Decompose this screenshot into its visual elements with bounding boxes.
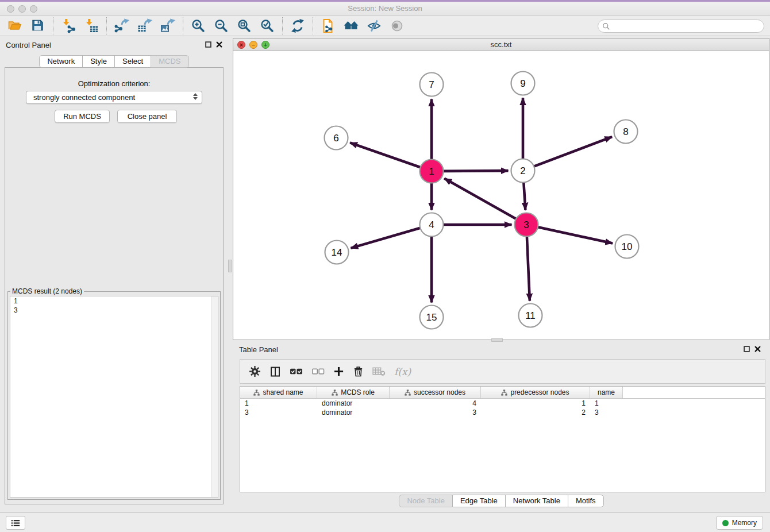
close-table-panel-icon[interactable] [754,346,761,352]
tab-network-table[interactable]: Network Table [505,495,568,507]
export-image-icon[interactable] [156,17,179,34]
cell-successor-nodes[interactable]: 4 [390,399,481,408]
close-panel-icon[interactable] [216,41,222,48]
column-icon[interactable] [270,366,281,377]
edge-4-14[interactable] [351,228,420,248]
edge-3-11[interactable] [527,236,530,300]
task-history-button[interactable] [6,516,25,530]
column-header-label: name [598,388,615,396]
duplicate-network-icon[interactable] [317,17,340,34]
memory-status-icon [722,520,729,526]
column-header-shared-name[interactable]: shared name [240,387,317,398]
cell-shared-name[interactable]: 3 [240,408,317,417]
edge-1-2[interactable] [443,171,508,171]
cell-name[interactable]: 1 [590,399,623,408]
zoom-selected-icon[interactable] [256,17,279,34]
tab-node-table[interactable]: Node Table [399,495,453,507]
run-mcds-button[interactable]: Run MCDS [55,110,110,123]
graph-node-11[interactable]: 11 [519,304,542,327]
add-row-icon[interactable] [333,366,344,377]
cell-MCDS-role[interactable]: dominator [317,399,390,408]
mcds-result-group: MCDS result (2 nodes) 13 [7,287,221,500]
tab-style[interactable]: Style [82,55,115,68]
column-header-name[interactable]: name [590,387,623,398]
node-label: 8 [623,126,628,137]
criterion-dropdown[interactable]: strongly connected component [26,91,202,104]
open-file-icon[interactable] [3,17,26,34]
graph-node-15[interactable]: 15 [420,306,444,329]
edge-3-10[interactable] [538,227,613,243]
column-header-MCDS-role[interactable]: MCDS role [317,387,390,398]
zoom-fit-icon[interactable] [233,17,256,34]
graph-node-2[interactable]: 2 [511,159,535,183]
import-network-icon[interactable] [57,17,80,34]
toolbar-separator [106,17,107,34]
node-label: 11 [525,310,536,321]
graph-node-6[interactable]: 6 [325,126,348,150]
dropdown-stepper-icon [193,93,198,100]
graph-node-10[interactable]: 10 [615,235,639,259]
edge-3-1[interactable] [444,179,516,219]
zoom-in-icon[interactable] [187,17,210,34]
application-window: Session: New Session Control Panel Netwo… [0,0,770,532]
refresh-view-icon[interactable] [286,17,309,34]
zoom-out-icon[interactable] [210,17,233,34]
delete-row-icon[interactable] [353,366,364,377]
export-table-icon[interactable] [133,17,156,34]
node-label: 9 [520,78,525,89]
tab-select[interactable]: Select [114,55,151,68]
column-header-label: shared name [263,388,303,396]
float-panel-icon[interactable] [205,41,211,48]
tab-edge-table[interactable]: Edge Table [452,495,506,507]
save-session-icon[interactable] [26,17,49,34]
table-row[interactable]: 3dominator323 [240,408,765,417]
mcds-result-item[interactable]: 1 [10,296,218,306]
splitter-handle-vertical[interactable] [228,260,232,272]
home-icon[interactable] [340,17,363,34]
cell-name[interactable]: 3 [590,408,623,417]
tab-mcds[interactable]: MCDS [151,55,188,68]
graph-node-7[interactable]: 7 [420,73,444,97]
edge-1-6[interactable] [350,142,421,167]
search-input[interactable] [613,21,764,32]
hide-panels-icon[interactable] [363,17,386,34]
graph-node-9[interactable]: 9 [511,72,535,95]
cell-predecessor-nodes[interactable]: 1 [481,399,590,408]
control-panel-title: Control Panel [6,41,51,49]
column-header-successor-nodes[interactable]: successor nodes [390,387,481,398]
network-title: scc.txt [233,40,769,49]
graph-node-3[interactable]: 3 [515,213,538,237]
cell-predecessor-nodes[interactable]: 2 [481,408,590,417]
graph-node-1[interactable]: 1 [420,160,444,183]
cell-successor-nodes[interactable]: 3 [390,408,481,417]
edge-2-3[interactable] [523,182,525,210]
tab-motifs[interactable]: Motifs [568,495,604,507]
export-network-icon[interactable] [110,17,133,34]
close-panel-button[interactable]: Close panel [117,110,177,123]
column-header-predecessor-nodes[interactable]: predecessor nodes [481,387,590,398]
select-all-icon[interactable] [290,367,303,376]
search-box[interactable] [598,20,764,33]
mcds-result-item[interactable]: 3 [10,306,218,315]
graph-node-14[interactable]: 14 [325,241,349,264]
mcds-result-list[interactable]: 13 [10,296,218,498]
node-label: 10 [622,241,633,252]
network-window-titlebar[interactable]: × − + scc.txt [233,38,769,51]
search-icon [602,22,610,30]
list-icon [10,519,21,527]
cell-shared-name[interactable]: 1 [240,399,317,408]
memory-button[interactable]: Memory [716,516,763,530]
edge-2-8[interactable] [534,137,612,167]
float-table-panel-icon[interactable] [744,346,750,352]
graph-node-8[interactable]: 8 [614,120,638,144]
network-canvas[interactable]: 7968124314101511 [233,51,769,340]
result-scrollbar[interactable] [211,296,218,497]
settings-icon[interactable] [249,365,261,377]
optimization-criterion-label: Optimization criterion: [5,79,223,88]
tab-network[interactable]: Network [39,55,83,68]
table-row[interactable]: 1dominator411 [240,399,765,408]
graph-node-4[interactable]: 4 [420,213,444,237]
cell-MCDS-role[interactable]: dominator [317,408,390,417]
deselect-all-icon[interactable] [311,367,325,376]
import-table-icon[interactable] [80,17,103,34]
